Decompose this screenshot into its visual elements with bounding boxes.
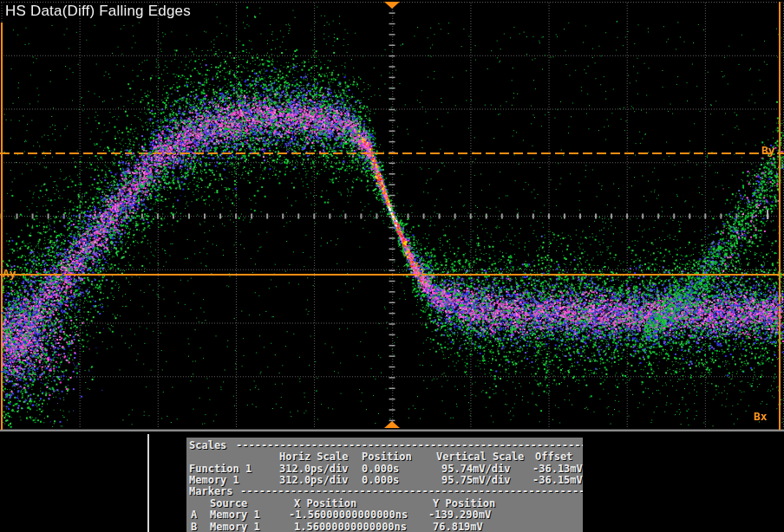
scales-row-memory1: Memory 1 312.0ps/div 0.000s 95.75mV/div … xyxy=(186,474,583,485)
marker-id: A xyxy=(191,509,197,521)
vertical-scale: 95.75mV/div xyxy=(441,474,510,486)
markers-section-header: Markers --------------------------------… xyxy=(186,485,583,496)
marker-x-position: -1.56000000000000ns xyxy=(289,509,408,521)
scales-column-headers: Horiz Scale Position Vertical Scale Offs… xyxy=(186,451,583,462)
col-header-y-position: Y Position xyxy=(433,497,495,509)
position-value: 0.000s xyxy=(362,463,399,475)
marker-source: Memory 1 xyxy=(210,521,260,532)
marker-source: Memory 1 xyxy=(210,509,260,521)
markers-section-title: Markers xyxy=(189,485,233,497)
scales-row-function1: Function 1 312.0ps/div 0.000s 95.74mV/di… xyxy=(186,463,583,474)
markers-section-rule: ----------------------------------------… xyxy=(240,485,583,497)
scales-section-rule: ----------------------------------------… xyxy=(236,439,583,451)
markers-column-headers: Source X Position Y Position xyxy=(186,497,583,509)
scope-display[interactable]: HS Data(Diff) Falling Edges Ay By Bx xyxy=(0,0,784,435)
horiz-scale: 312.0ps/div xyxy=(279,463,348,475)
col-header-horiz-scale: Horiz Scale xyxy=(279,451,348,463)
marker-y-position: 76.819mV xyxy=(433,521,483,532)
display-title: HS Data(Diff) Falling Edges xyxy=(5,3,191,20)
trace-name: Memory 1 xyxy=(189,474,239,486)
marker-ay-label[interactable]: Ay xyxy=(3,267,16,280)
offset-value: -36.13mV xyxy=(532,463,583,475)
results-panel: Scales ---------------------------------… xyxy=(186,438,583,532)
marker-y-position: -139.290mV xyxy=(428,509,491,521)
col-header-vertical-scale: Vertical Scale xyxy=(436,451,524,463)
col-header-offset: Offset xyxy=(535,451,572,463)
marker-row-b: B Memory 1 1.56000000000000ns 76.819mV xyxy=(186,521,583,532)
panel-edge-line xyxy=(147,434,149,532)
position-value: 0.000s xyxy=(362,474,399,486)
offset-value: -36.15mV xyxy=(532,474,583,486)
col-header-x-position: X Position xyxy=(294,497,356,509)
oscilloscope-screen: HS Data(Diff) Falling Edges Ay By Bx Sca… xyxy=(0,0,784,532)
trace-name: Function 1 xyxy=(189,463,252,475)
marker-row-a: A Memory 1 -1.56000000000000ns -139.290m… xyxy=(186,509,583,520)
scales-section-title: Scales xyxy=(189,439,226,451)
horiz-scale: 312.0ps/div xyxy=(279,474,348,486)
marker-x-position: 1.56000000000000ns xyxy=(294,521,407,532)
marker-id: B xyxy=(191,521,197,532)
marker-by-label[interactable]: By xyxy=(761,144,775,157)
marker-bx-label[interactable]: Bx xyxy=(754,410,768,423)
col-header-position: Position xyxy=(362,451,412,463)
col-header-source: Source xyxy=(210,497,247,509)
waveform-canvas[interactable] xyxy=(0,0,784,435)
scales-section-header: Scales ---------------------------------… xyxy=(186,439,583,451)
vertical-scale: 95.74mV/div xyxy=(441,463,510,475)
